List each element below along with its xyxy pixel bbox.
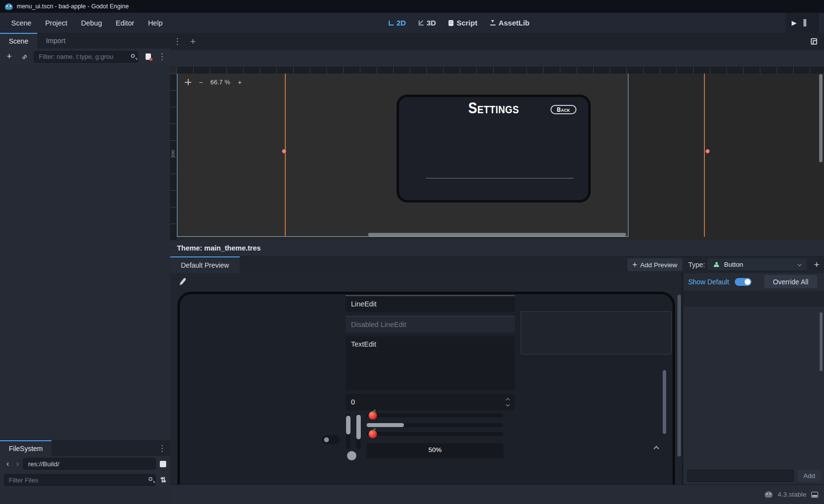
menu-scene[interactable]: Scene: [6, 17, 37, 29]
override-all-button[interactable]: Override All: [764, 275, 817, 288]
bottom-panel-toggle-icon[interactable]: [811, 492, 818, 498]
mode-2d[interactable]: 2D: [385, 17, 410, 29]
add-item-button[interactable]: Add: [798, 470, 821, 482]
show-default-label: Show Default: [688, 278, 729, 286]
tab-import[interactable]: Import: [37, 33, 75, 49]
mode-assetlib[interactable]: AssetLib: [486, 17, 533, 29]
center-view-icon[interactable]: [185, 79, 191, 85]
preview-hslider-1[interactable]: [367, 413, 503, 417]
ruler-mark: 500: [171, 150, 175, 157]
pause-button[interactable]: [803, 19, 806, 26]
play-controls: ▶: [786, 13, 819, 33]
hscrollbar-thumb[interactable]: [367, 423, 404, 427]
filesystem-menu-button[interactable]: ⋮: [158, 440, 166, 456]
godot-editor-window: menu_ui.tscn - bad-apple - Godot Engine …: [0, 0, 824, 504]
theme-title: Theme: main_theme.tres: [170, 244, 261, 252]
preview-tree: [521, 369, 672, 456]
tab-default-preview[interactable]: Default Preview: [170, 256, 240, 273]
add-preview-label: Add Preview: [640, 261, 677, 269]
filesystem-tab-label: FileSystem: [9, 445, 43, 453]
dock-tab-label: Scene: [9, 37, 28, 45]
script-add-icon: [146, 53, 151, 60]
horizontal-ruler: [176, 67, 824, 74]
zoom-controls: − 66.7 % +: [185, 78, 244, 86]
path-field[interactable]: [23, 458, 156, 470]
scene-dock-menu-button[interactable]: ⋮: [158, 52, 166, 61]
filesystem-dock: FileSystem ⋮ ‹ › ⇅: [0, 440, 170, 504]
vslider-thumb[interactable]: [356, 415, 361, 439]
type-value: Button: [724, 261, 743, 268]
toggle-split-icon[interactable]: [160, 461, 166, 467]
preview-checkbutton-toggle[interactable]: [322, 435, 340, 444]
left-dock: SceneImport + ∞ ⋮ FileSystem ⋮ ‹ ›: [0, 33, 170, 504]
guide-handle[interactable]: [282, 149, 286, 153]
scene-filter-input[interactable]: [34, 51, 138, 63]
preview-slider-grabber[interactable]: [347, 451, 356, 460]
preview-spinbox[interactable]: 0: [346, 394, 515, 410]
tab-scene[interactable]: Scene: [0, 33, 37, 49]
mode-script[interactable]: Script: [445, 17, 481, 29]
zoom-out-button[interactable]: −: [197, 78, 205, 86]
filesystem-filter: [4, 474, 156, 486]
guide-line-right[interactable]: [704, 74, 705, 237]
guide-handle[interactable]: [705, 149, 710, 153]
apple-grabber-icon[interactable]: [369, 430, 377, 438]
scene-tree: [0, 65, 170, 440]
property-list-scrollbar[interactable]: [820, 312, 823, 371]
preview-tab-panel: [521, 311, 672, 354]
canvas-viewport[interactable]: 500 Settings Back − 66.7 % +: [170, 67, 824, 240]
pick-theme-item-icon[interactable]: [180, 277, 186, 285]
preview-hslider-2[interactable]: [367, 432, 503, 436]
menu-debug[interactable]: Debug: [75, 17, 107, 29]
type-label: Type:: [688, 261, 705, 269]
add-node-button[interactable]: +: [4, 51, 15, 63]
play-button[interactable]: ▶: [792, 19, 797, 26]
apple-grabber-icon[interactable]: [369, 411, 377, 420]
menu-editor[interactable]: Editor: [110, 17, 140, 29]
new-item-name-input[interactable]: [687, 470, 794, 482]
preview-lineedit[interactable]: LineEdit: [346, 295, 515, 312]
script-icon: [449, 20, 453, 26]
preview-area-scrollbar[interactable]: [677, 295, 681, 456]
spinbox-arrows[interactable]: [506, 399, 509, 406]
preview-disabled-lineedit: Disabled LineEdit: [346, 316, 515, 332]
guide-line-left[interactable]: [285, 74, 286, 237]
scene-dock-toolbar: + ∞ ⋮: [0, 49, 170, 65]
game-back-button[interactable]: Back: [550, 105, 576, 114]
theme-editor-header: Theme: main_theme.tres: [170, 240, 824, 256]
instance-scene-button[interactable]: ∞: [19, 51, 30, 63]
add-item-row: Add: [683, 467, 824, 484]
show-default-toggle[interactable]: [735, 278, 751, 286]
sort-files-icon[interactable]: ⇅: [160, 476, 166, 484]
preview-textedit[interactable]: TextEdit: [346, 336, 515, 390]
preview-tree-scrollbar[interactable]: [663, 370, 666, 434]
menu-help[interactable]: Help: [143, 17, 168, 29]
filesystem-filter-input[interactable]: [4, 474, 156, 486]
add-type-button[interactable]: +: [811, 258, 823, 271]
theme-preview-area: LineEdit Disabled LineEdit TextEdit 0 50…: [170, 291, 681, 484]
type-dropdown[interactable]: Button: [708, 258, 807, 271]
add-preview-button[interactable]: + Add Preview: [627, 258, 682, 271]
window-title: menu_ui.tscn - bad-apple - Godot Engine: [17, 3, 129, 10]
mode-3d[interactable]: 3D: [415, 17, 440, 29]
preview-hscrollbar[interactable]: [367, 423, 503, 427]
search-icon: [131, 54, 135, 58]
canvas-vscrollbar[interactable]: [819, 74, 823, 162]
dock-tab-label: Import: [46, 37, 66, 45]
nav-back-button[interactable]: ‹: [4, 459, 12, 469]
vscrollbar-thumb[interactable]: [346, 416, 350, 434]
scene-tabs-menu[interactable]: ⋮: [170, 33, 184, 50]
settings-divider: [426, 178, 574, 178]
scene-filter: [34, 51, 138, 63]
attach-script-button[interactable]: [143, 51, 153, 63]
menu-project[interactable]: Project: [40, 17, 73, 29]
zoom-in-button[interactable]: +: [235, 78, 244, 86]
tab-filesystem[interactable]: FileSystem: [0, 440, 51, 456]
title-bar: menu_ui.tscn - bad-apple - Godot Engine: [0, 0, 824, 13]
godot-logo-icon: [5, 3, 13, 10]
nav-forward-button[interactable]: ›: [14, 459, 22, 469]
distraction-free-icon[interactable]: [811, 38, 817, 45]
new-scene-tab-button[interactable]: +: [184, 33, 201, 50]
canvas-hscrollbar[interactable]: [368, 233, 626, 236]
zoom-level[interactable]: 66.7 %: [210, 78, 230, 86]
